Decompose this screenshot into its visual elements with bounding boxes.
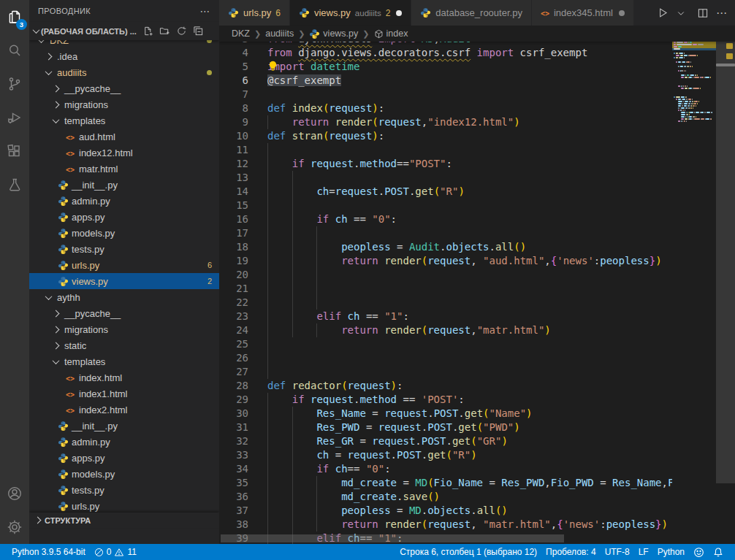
- sidebar-item-search[interactable]: [0, 34, 29, 67]
- tree-item-aud.html[interactable]: <>aud.html: [29, 129, 219, 145]
- indent-guide: [292, 185, 293, 199]
- tree-item-templates[interactable]: templates: [29, 353, 219, 369]
- indent-guide: [292, 490, 293, 504]
- settings-button[interactable]: [0, 510, 29, 544]
- indent-guide: [292, 254, 293, 268]
- tree-item-tests.py[interactable]: tests.py: [29, 241, 219, 257]
- tree-item-index12.html[interactable]: <>index12.html: [29, 145, 219, 161]
- breadcrumb-item-DKZ[interactable]: DKZ: [232, 28, 250, 39]
- git-branch-icon: [6, 75, 23, 93]
- sidebar-item-explorer[interactable]: 3: [0, 0, 29, 34]
- tree-item-index2.html[interactable]: <>index2.html: [29, 402, 219, 418]
- run-icon[interactable]: [655, 4, 671, 21]
- sidebar-item-run-debug[interactable]: [0, 101, 29, 134]
- tree-item-apps.py[interactable]: apps.py: [29, 209, 219, 225]
- collapse-all-icon[interactable]: [193, 26, 204, 37]
- encoding-status[interactable]: UTF-8: [601, 547, 634, 557]
- tab-views.py[interactable]: views.pyaudiiits2: [290, 0, 411, 26]
- tree-item-index1.html[interactable]: <>index1.html: [29, 386, 219, 402]
- horizontal-scrollbar-slider[interactable]: [221, 534, 564, 542]
- line-number: 16: [219, 212, 267, 226]
- code-editor[interactable]: 3from aythh.models import MD,Audit4from …: [219, 42, 735, 544]
- tree-item-label: migrations: [64, 99, 108, 110]
- tree-item-label: tests.py: [72, 244, 104, 255]
- tree-item-static[interactable]: static: [29, 337, 219, 353]
- code-line-35: 35 md_create = MD(Fio_Name = Res_PWD,Fio…: [219, 476, 672, 490]
- warning-icon: [114, 548, 124, 557]
- tab-label: urls.py: [243, 7, 271, 18]
- tree-item-DKZ[interactable]: DKZ: [29, 40, 219, 48]
- indent-guide: [316, 226, 317, 240]
- workspace-section-header[interactable]: (РАБОЧАЯ ОБЛАСТЬ) ...: [29, 22, 219, 40]
- tree-item-.idea[interactable]: .idea: [29, 48, 219, 64]
- tree-item-models.py[interactable]: models.py: [29, 466, 219, 482]
- refresh-icon[interactable]: [176, 26, 187, 37]
- cursor-position-status[interactable]: Строка 6, столбец 1 (выбрано 12): [395, 547, 541, 557]
- tree-item-apps.py[interactable]: apps.py: [29, 450, 219, 466]
- python-interpreter-status[interactable]: Python 3.9.5 64-bit: [7, 547, 90, 557]
- breadcrumb-item-index[interactable]: index: [374, 28, 408, 39]
- tree-item-tests.py[interactable]: tests.py: [29, 482, 219, 498]
- line-number: 8: [219, 101, 267, 115]
- tree-item-models.py[interactable]: models.py: [29, 225, 219, 241]
- tree-item-matr.html[interactable]: <>matr.html: [29, 161, 219, 177]
- python-file-icon: [58, 260, 69, 271]
- breadcrumb-item-views.py[interactable]: views.py: [309, 28, 358, 39]
- tab-database_roouter.py[interactable]: database_roouter.py: [411, 0, 532, 26]
- tree-item-aythh[interactable]: aythh: [29, 289, 219, 305]
- indent-guide: [267, 421, 268, 434]
- warning-count: 11: [127, 547, 136, 557]
- tab-urls.py[interactable]: urls.py6: [219, 0, 290, 26]
- explorer-header: ПРОВОДНИК ⋯: [29, 0, 219, 22]
- tree-item-__init__.py[interactable]: __init__.py: [29, 418, 219, 434]
- split-editor-icon[interactable]: [695, 5, 711, 21]
- tree-item-admin.py[interactable]: admin.py: [29, 193, 219, 209]
- breadcrumb-item-audiiits[interactable]: audiiits: [265, 28, 294, 39]
- indent-guide: [292, 310, 293, 323]
- language-mode-status[interactable]: Python: [653, 547, 689, 557]
- sidebar-item-extensions[interactable]: [0, 134, 29, 168]
- lightbulb-icon[interactable]: [267, 60, 278, 72]
- indent-guide: [292, 421, 293, 434]
- editor-actions: ⋯: [649, 0, 735, 26]
- eol-status[interactable]: LF: [634, 547, 653, 557]
- tree-item-migrations[interactable]: migrations: [29, 96, 219, 112]
- tree-item-__pycache__[interactable]: __pycache__: [29, 80, 219, 96]
- tree-item-label: matr.html: [79, 164, 118, 174]
- tree-item-views.py[interactable]: views.py2: [29, 273, 219, 289]
- indent-guide: [267, 268, 268, 282]
- code-line-25: 25: [219, 337, 672, 351]
- tree-item-templates[interactable]: templates: [29, 112, 219, 129]
- line-number: 29: [219, 393, 267, 407]
- tree-item-index.html[interactable]: <>index.html: [29, 369, 219, 386]
- tab-label: database_roouter.py: [435, 7, 522, 18]
- tree-item-audiiits[interactable]: audiiits: [29, 64, 219, 80]
- vertical-scrollbar[interactable]: [716, 42, 735, 544]
- error-icon: [94, 548, 104, 557]
- notifications-bell-icon[interactable]: [709, 547, 728, 558]
- feedback-icon[interactable]: [689, 547, 709, 558]
- vertical-scrollbar-slider[interactable]: [716, 42, 735, 483]
- tab-problems-badge: 6: [275, 8, 281, 18]
- tree-item-admin.py[interactable]: admin.py: [29, 434, 219, 450]
- tab-index345.html[interactable]: <>index345.html: [532, 0, 634, 26]
- chevron-down-icon[interactable]: [674, 7, 688, 20]
- new-folder-icon[interactable]: [159, 26, 170, 37]
- tree-item-migrations[interactable]: migrations: [29, 321, 219, 337]
- tree-item-__pycache__[interactable]: __pycache__: [29, 305, 219, 321]
- problems-status[interactable]: 0 11: [90, 547, 141, 557]
- sidebar-item-source-control[interactable]: [0, 67, 29, 101]
- code-line-8: 8def index(request):: [219, 101, 672, 115]
- indentation-status[interactable]: Пробелов: 4: [541, 547, 601, 557]
- tree-item-urls.py[interactable]: urls.py6: [29, 257, 219, 273]
- explorer-more-actions-icon[interactable]: ⋯: [200, 5, 210, 17]
- sidebar-item-testing[interactable]: [0, 168, 29, 202]
- tree-item-urls.py[interactable]: urls.py: [29, 498, 219, 513]
- account-button[interactable]: [0, 477, 29, 510]
- new-file-icon[interactable]: [142, 26, 153, 37]
- tree-item-__init__.py[interactable]: __init__.py: [29, 177, 219, 193]
- outline-section-header[interactable]: СТРУКТУРА: [29, 513, 219, 528]
- more-actions-icon[interactable]: ⋯: [714, 4, 729, 22]
- minimap[interactable]: [672, 42, 716, 544]
- indent-guide: [267, 462, 268, 476]
